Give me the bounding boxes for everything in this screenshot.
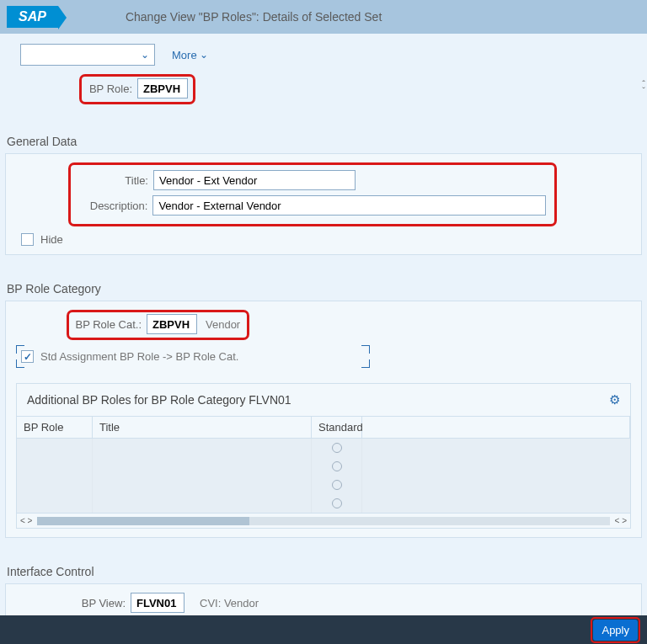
general-data-panel: Title: Description: Hide (5, 153, 642, 255)
chevron-down-icon: ⌄ (200, 49, 208, 61)
more-menu[interactable]: More ⌄ (172, 49, 208, 61)
table-row[interactable] (17, 476, 630, 494)
footer-bar: Apply (0, 615, 647, 644)
radio-icon[interactable] (332, 443, 342, 453)
scroll-right-icon[interactable]: < > (612, 516, 630, 525)
chevron-down-icon: ⌄ (141, 49, 149, 61)
bp-view-label: BP View: (77, 597, 131, 609)
scroll-left-icon[interactable]: < > (17, 516, 35, 525)
bp-role-label: BP Role: (83, 82, 137, 95)
table-horizontal-scrollbar[interactable]: < > < > (17, 513, 630, 528)
page-title: Change View "BP Roles": Details of Selec… (126, 10, 382, 24)
table-row[interactable] (17, 494, 630, 513)
action-dropdown[interactable]: ⌄ (20, 44, 155, 66)
additional-roles-title: Additional BP Roles for BP Role Category… (27, 393, 291, 407)
bp-role-highlight: BP Role: (79, 74, 195, 104)
table-row[interactable] (17, 457, 630, 476)
hide-label: Hide (40, 233, 63, 246)
bp-role-input[interactable] (137, 78, 188, 98)
table-row[interactable] (17, 439, 630, 457)
title-label: Title: (79, 174, 153, 187)
bp-role-cat-highlight: BP Role Cat.: Vendor (67, 310, 249, 340)
header-bar: SAP Change View "BP Roles": Details of S… (0, 0, 647, 34)
table-header: BP Role Title Standard (17, 416, 630, 439)
std-assignment-label: Std Assignment BP Role -> BP Role Cat. (40, 350, 238, 363)
more-label: More (172, 49, 197, 61)
radio-icon[interactable] (332, 461, 342, 471)
hide-checkbox[interactable] (21, 233, 34, 246)
column-bp-role: BP Role (17, 417, 93, 438)
interface-control-panel: BP View: CVI: Vendor (5, 583, 642, 617)
description-input[interactable] (152, 195, 546, 216)
column-title: Title (93, 417, 312, 438)
bp-view-input[interactable] (131, 593, 184, 613)
bp-role-category-panel: BP Role Cat.: Vendor Std Assignment BP R… (5, 301, 642, 538)
interface-control-title: Interface Control (3, 558, 644, 583)
bp-role-cat-text: Vendor (206, 318, 240, 331)
radio-icon[interactable] (332, 498, 342, 508)
radio-icon[interactable] (332, 480, 342, 490)
apply-button[interactable]: Apply (593, 620, 638, 641)
toolbar: ⌄ More ⌄ (0, 34, 647, 74)
general-data-highlight: Title: Description: (68, 162, 557, 226)
general-data-title: General Data (3, 128, 644, 153)
bp-role-cat-label: BP Role Cat.: (71, 318, 147, 331)
gear-icon[interactable]: ⚙ (609, 392, 620, 407)
column-standard: Standard (312, 417, 362, 438)
title-input[interactable] (153, 170, 356, 190)
additional-roles-table: Additional BP Roles for BP Role Category… (16, 383, 631, 529)
bp-role-cat-input[interactable] (147, 314, 197, 334)
scroll-indicator-icon: ˆˇ (642, 81, 645, 94)
cvi-label: CVI: Vendor (200, 597, 259, 609)
sap-logo: SAP (7, 6, 58, 28)
description-label: Description: (79, 200, 152, 212)
apply-highlight: Apply (591, 617, 640, 643)
bp-role-category-title: BP Role Category (3, 275, 644, 301)
